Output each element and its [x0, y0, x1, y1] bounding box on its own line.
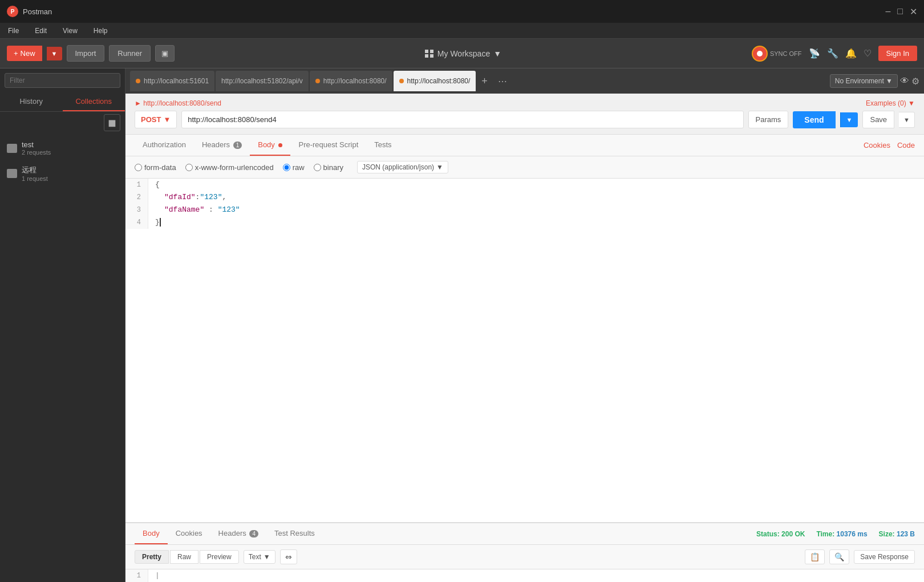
minimize-button[interactable]: – — [885, 6, 890, 17]
list-item[interactable]: test 2 requests — [0, 136, 125, 160]
tab-dot-icon — [315, 79, 320, 83]
tab-1[interactable]: http://localhost:51601 — [130, 71, 214, 91]
save-dropdown-button[interactable]: ▼ — [899, 112, 915, 128]
signin-button[interactable]: Sign In — [878, 46, 917, 61]
radio-binary[interactable]: binary — [314, 163, 343, 172]
radio-raw[interactable]: raw — [283, 163, 305, 172]
new-collection-button[interactable]: ◼ — [104, 114, 120, 131]
code-link[interactable]: Code — [897, 141, 915, 149]
req-tab-list: Authorization Headers 1 Body Pre-request… — [135, 135, 400, 156]
pretty-button[interactable]: Pretty — [135, 550, 169, 564]
tab-dot-icon — [136, 79, 140, 83]
examples-label: Examples (0) — [866, 99, 906, 107]
url-bar-container: ► http://localhost:8080/send Examples (0… — [125, 94, 924, 135]
heart-icon[interactable]: ♡ — [864, 48, 872, 59]
new-dropdown-button[interactable]: ▼ — [47, 47, 62, 60]
env-gear-icon[interactable]: ⚙ — [911, 76, 919, 87]
resp-tab-headers[interactable]: Headers 4 — [210, 523, 266, 544]
preview-button[interactable]: Preview — [200, 550, 239, 564]
save-button[interactable]: Save — [862, 111, 894, 128]
folder-icon — [7, 144, 17, 153]
code-line-2: 2 "dfaId":"123", — [125, 191, 924, 204]
close-button[interactable]: ✕ — [910, 6, 917, 17]
raw-button[interactable]: Raw — [170, 550, 198, 564]
sidebar: History Collections ◼ test 2 requests 远程… — [0, 68, 125, 582]
search-response-button[interactable]: 🔍 — [829, 549, 849, 564]
folder-icon — [7, 169, 17, 178]
env-dropdown-button[interactable]: No Environment ▼ — [830, 74, 898, 88]
line-content: "dfaName" : "123" — [148, 204, 924, 216]
resp-tab-test-results[interactable]: Test Results — [266, 523, 323, 544]
resp-tab-cookies[interactable]: Cookies — [168, 523, 210, 544]
builder-button[interactable]: ▣ — [155, 45, 175, 62]
tab-tests[interactable]: Tests — [366, 135, 399, 156]
tab-4[interactable]: http://localhost:8080/ — [394, 71, 476, 91]
headers-badge: 1 — [233, 142, 242, 149]
response-tab-list: Body Cookies Headers 4 Test Results — [135, 523, 323, 544]
tab-history[interactable]: History — [0, 92, 63, 111]
radio-raw-input[interactable] — [283, 164, 290, 171]
cookies-link[interactable]: Cookies — [864, 141, 890, 149]
sync-area: SYNC OFF — [752, 46, 802, 62]
menu-view[interactable]: View — [59, 26, 81, 36]
send-dropdown-button[interactable]: ▼ — [840, 112, 858, 127]
url-input[interactable] — [181, 111, 743, 128]
add-tab-button[interactable]: + — [477, 73, 492, 90]
wrench-icon[interactable]: 🔧 — [827, 48, 838, 59]
line-content: | — [148, 569, 924, 582]
radio-binary-input[interactable] — [314, 164, 321, 171]
content-area: http://localhost:51601 http://localhost:… — [125, 68, 924, 582]
body-options: form-data x-www-form-urlencoded raw bina… — [125, 156, 924, 179]
radio-form-data-input[interactable] — [135, 164, 142, 171]
radio-form-data[interactable]: form-data — [135, 163, 176, 172]
runner-button[interactable]: Runner — [109, 45, 151, 62]
menu-file[interactable]: File — [5, 26, 22, 36]
radio-urlencoded-input[interactable] — [185, 164, 193, 171]
wrap-button[interactable]: ⇔ — [280, 549, 297, 564]
sync-button[interactable] — [752, 46, 768, 62]
line-number: 2 — [125, 191, 148, 204]
request-tabs: Authorization Headers 1 Body Pre-request… — [125, 135, 924, 156]
tab-authorization[interactable]: Authorization — [135, 135, 194, 156]
editor-empty-space[interactable] — [125, 229, 924, 371]
tab-body[interactable]: Body — [250, 135, 290, 156]
resp-tab-body[interactable]: Body — [135, 523, 168, 544]
tab-collections[interactable]: Collections — [63, 92, 125, 111]
code-line-1: 1 { — [125, 179, 924, 191]
bell-icon[interactable]: 🔔 — [845, 48, 857, 59]
examples-chevron-icon: ▼ — [908, 99, 915, 107]
env-eye-icon[interactable]: 👁 — [900, 76, 909, 86]
sync-dot — [757, 51, 763, 56]
tab-2[interactable]: http://localhost:51802/api/v — [216, 71, 309, 91]
breadcrumb-url: http://localhost:8080/send — [143, 99, 221, 107]
more-tabs-button[interactable]: ⋯ — [493, 74, 512, 89]
toolbar-right: SYNC OFF 📡 🔧 🔔 ♡ Sign In — [752, 46, 917, 62]
method-chevron-icon: ▼ — [163, 115, 171, 124]
examples-link[interactable]: Examples (0) ▼ — [866, 99, 915, 107]
maximize-button[interactable]: □ — [897, 6, 903, 17]
code-editor[interactable]: 1 { 2 "dfaId":"123", 3 — [125, 179, 924, 523]
params-button[interactable]: Params — [748, 111, 789, 128]
list-item[interactable]: 远程 1 request — [0, 160, 125, 187]
menu-edit[interactable]: Edit — [31, 26, 50, 36]
response-body: 1 | — [125, 569, 924, 582]
workspace-selector[interactable]: My Workspace ▼ — [425, 49, 501, 58]
new-button[interactable]: + New — [7, 46, 42, 61]
satellite-icon[interactable]: 📡 — [809, 48, 820, 59]
menu-help[interactable]: Help — [90, 26, 111, 36]
tab-prerequest[interactable]: Pre-request Script — [290, 135, 366, 156]
tab-3[interactable]: http://localhost:8080/ — [310, 71, 392, 91]
sidebar-actions: ◼ — [0, 112, 125, 134]
tab-headers[interactable]: Headers 1 — [194, 135, 250, 156]
search-input[interactable] — [5, 73, 120, 88]
copy-button[interactable]: 📋 — [805, 549, 825, 564]
time-label: Time: 10376 ms — [816, 530, 867, 538]
method-selector[interactable]: POST ▼ — [135, 111, 177, 128]
send-button[interactable]: Send — [793, 111, 835, 128]
import-button[interactable]: Import — [67, 45, 105, 62]
save-response-button[interactable]: Save Response — [854, 550, 915, 564]
radio-urlencoded[interactable]: x-www-form-urlencoded — [185, 163, 274, 172]
body-type-selector[interactable]: JSON (application/json) ▼ — [357, 161, 448, 173]
menubar: File Edit View Help — [0, 23, 924, 39]
format-type-selector[interactable]: Text ▼ — [244, 550, 275, 564]
